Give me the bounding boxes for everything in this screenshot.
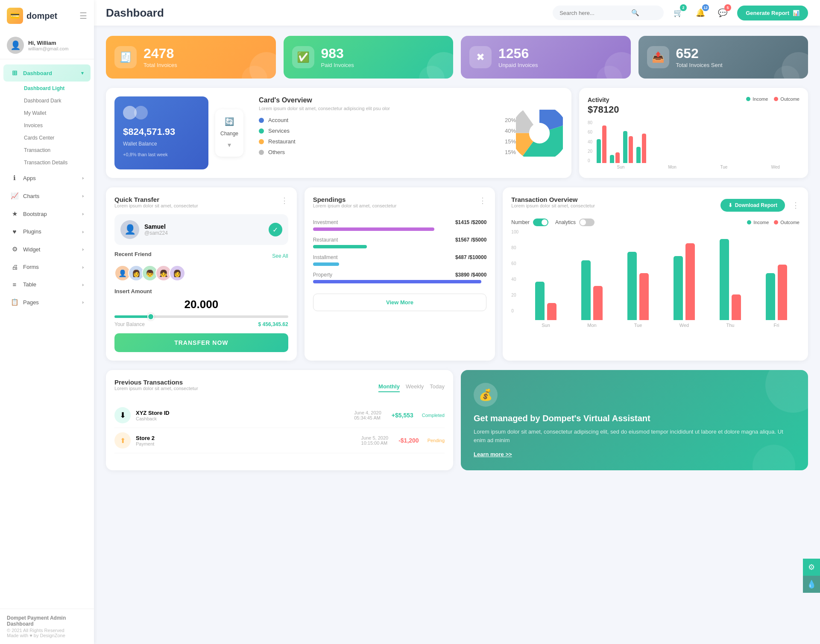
spending-label-property: Property [313, 272, 332, 278]
see-all-link[interactable]: See All [272, 253, 288, 259]
nav-sub-cards-center[interactable]: Cards Center [17, 132, 91, 144]
chevron-right-icon-apps: › [82, 175, 84, 181]
change-label: Change [220, 131, 238, 137]
nav-label-charts: Charts [23, 193, 39, 199]
nav-item-apps[interactable]: ℹ Apps › [3, 169, 91, 186]
to-dots-icon[interactable]: ⋮ [792, 201, 800, 210]
to-chart-labels: Sun Mon Tue Wed Thu Fri [523, 323, 800, 328]
change-button[interactable]: 🔄 Change ▾ [215, 109, 243, 157]
nav-sub-my-wallet[interactable]: My Wallet [17, 107, 91, 119]
card-overview-section: $824,571.93 Wallet Balance +0,8% than la… [106, 88, 571, 178]
nav-item-charts[interactable]: 📈 Charts › [3, 187, 91, 204]
nav-sub-dashboard-dark[interactable]: Dashboard Dark [17, 95, 91, 107]
search-input[interactable] [559, 10, 628, 16]
income-dot [746, 97, 750, 101]
chevron-down-icon-change: ▾ [228, 141, 231, 149]
spendings-dots-icon[interactable]: ⋮ [479, 196, 486, 205]
bottom-row: Quick Transfer Lorem ipsum dolor sit ame… [106, 187, 808, 361]
nav-item-pages[interactable]: 📋 Pages › [3, 294, 91, 311]
nav-label-table: Table [23, 281, 36, 288]
to-income-dot [747, 220, 751, 224]
to-header: Transaction Overview Lorem ipsum dolor s… [511, 196, 800, 214]
nav-sub-dashboard-light[interactable]: Dashboard Light [17, 82, 91, 94]
day-label-mon: Mon [648, 165, 697, 169]
friend-avatar-5[interactable]: 👩 [169, 265, 185, 281]
bell-icon-btn[interactable]: 🔔 12 [693, 5, 708, 20]
transaction-overview-card: Transaction Overview Lorem ipsum dolor s… [503, 187, 808, 361]
nav-label-apps: Apps [23, 175, 36, 181]
spending-restaurant: Restaurant $1567 /$5000 [313, 237, 487, 248]
amount-slider[interactable] [114, 315, 288, 318]
chat-icon-btn[interactable]: 💬 5 [715, 5, 730, 20]
selected-user: 👤 Samuel @sam224 ✓ [114, 214, 288, 245]
to-outcome-thu [732, 294, 741, 320]
tab-today[interactable]: Today [430, 383, 445, 392]
generate-report-button[interactable]: Generate Report 📊 [737, 6, 808, 20]
to-bar-fri [753, 265, 800, 320]
tab-monthly[interactable]: Monthly [378, 383, 400, 392]
to-outcome-mon [593, 286, 603, 320]
nav-item-dashboard[interactable]: ⊞ Dashboard ▾ [3, 64, 91, 82]
spending-amounts-restaurant: $1567 /$5000 [455, 237, 486, 243]
floating-buttons: ⚙ 💧 [803, 559, 820, 593]
sidebar-footer: Dompet Payment Admin Dashboard © 2021 Al… [0, 609, 94, 644]
to-outcome-fri [778, 265, 787, 320]
ov-item-others: Others 15% [259, 149, 516, 155]
toggle-analytics-label: Analytics [555, 219, 576, 225]
tab-weekly[interactable]: Weekly [406, 383, 424, 392]
avatar: 👤 [7, 37, 24, 54]
pie-chart [516, 110, 563, 157]
bar-group-sun [597, 125, 606, 163]
ov-name-services: Services [268, 128, 501, 134]
stat-icon-unpaid: ✖ [469, 46, 492, 68]
nav-sub-transaction-details[interactable]: Transaction Details [17, 157, 91, 169]
search-box: 🔍 [553, 6, 664, 20]
transfer-now-button[interactable]: TRANSFER NOW [114, 333, 288, 352]
nav-item-widget[interactable]: ⚙ Widget › [3, 241, 91, 258]
va-learn-more-link[interactable]: Learn more >> [474, 451, 795, 458]
nav-item-forms[interactable]: 🖨 Forms › [3, 259, 91, 275]
toggle-knob-analytics [580, 219, 586, 225]
view-more-button[interactable]: View More [313, 294, 487, 311]
dots-menu-icon[interactable]: ⋮ [281, 196, 288, 205]
outcome-bar-mon [615, 152, 620, 163]
ov-name-others: Others [268, 149, 501, 155]
content-area: 🧾 2478 Total Invoices ✅ 983 Paid Invoice… [94, 26, 820, 644]
chevron-right-icon-forms: › [82, 265, 84, 270]
water-float-button[interactable]: 💧 [803, 576, 820, 593]
to-outcome-tue [639, 273, 649, 320]
nav-item-table[interactable]: ≡ Table › [3, 276, 91, 293]
ov-item-account: Account 20% [259, 117, 516, 123]
hamburger-icon[interactable]: ☰ [79, 11, 87, 21]
overview-details: Card's Overview Lorem ipsum dolor sit am… [250, 96, 516, 169]
overview-items: Account 20% Services 40% Restaurant 15% [259, 117, 516, 155]
spending-bar-installment [313, 262, 339, 266]
income-bar-mon [610, 155, 614, 163]
quick-transfer-title: Quick Transfer [114, 196, 198, 203]
apps-icon: ℹ [10, 174, 19, 182]
nav-item-plugins[interactable]: ♥ Plugins › [3, 223, 91, 240]
slider-thumb[interactable] [147, 313, 154, 320]
cart-icon-btn[interactable]: 🛒 2 [671, 5, 686, 20]
download-report-button[interactable]: ⬇ Download Report [720, 199, 785, 212]
to-bar-chart [523, 235, 800, 320]
stat-card-paid: ✅ 983 Paid Invoices [284, 36, 454, 79]
stat-icon-total: 🧾 [114, 46, 137, 68]
to-title: Transaction Overview [511, 196, 595, 203]
nav-sub-transaction[interactable]: Transaction [17, 144, 91, 156]
nav-sub-invoices[interactable]: Invoices [17, 119, 91, 131]
income-bar-sun [597, 139, 601, 163]
stat-icon-paid: ✅ [292, 46, 314, 68]
recent-friend-label: Recent Friend [114, 251, 152, 257]
settings-float-button[interactable]: ⚙ [803, 559, 820, 576]
bar-group-wed [636, 134, 646, 163]
to-outcome-dot [774, 220, 778, 224]
chevron-right-icon-table: › [82, 282, 84, 287]
ov-dot-restaurant [259, 139, 264, 144]
toggle-number[interactable] [533, 219, 548, 226]
nav-label-forms: Forms [23, 264, 39, 270]
footer-made: Made with ♥ by DesignZone [7, 633, 87, 638]
toggle-analytics[interactable] [579, 219, 594, 226]
nav-item-bootstrap[interactable]: ★ Bootstrap › [3, 205, 91, 222]
download-icon: ⬇ [728, 202, 732, 208]
